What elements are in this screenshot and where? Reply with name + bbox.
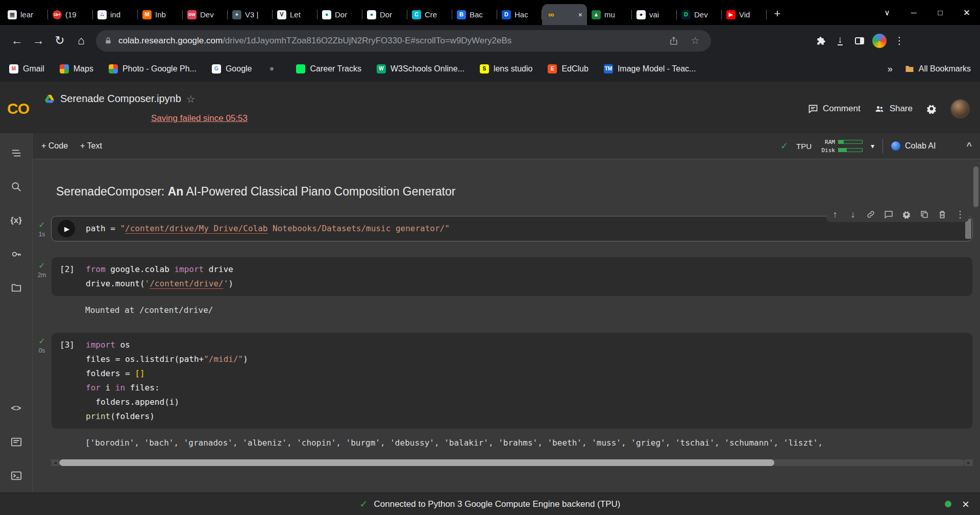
copy-link-icon[interactable] [864,208,877,221]
home-icon[interactable]: ⌂ [70,30,92,52]
code-snippets-icon[interactable]: <> [10,402,23,415]
all-bookmarks-button[interactable]: All Bookmarks [905,64,971,73]
new-tab-button[interactable]: + [769,5,786,22]
bookmark[interactable]: Photo - Google Ph... [109,64,197,73]
extension-icon[interactable] [795,34,808,47]
bookmark[interactable]: G Google [212,64,252,73]
browser-tab[interactable]: D Dev [677,4,722,25]
forward-icon[interactable]: → [28,30,49,52]
bookmark[interactable]: TM Image Model - Teac... [604,64,696,73]
extensions-puzzle-icon[interactable] [813,33,829,49]
command-palette-icon[interactable] [10,435,23,449]
address-bar[interactable]: colab.research.google.com/drive/1dJayomh… [96,30,711,52]
extension-icon[interactable] [777,34,790,47]
secrets-key-icon[interactable] [10,248,23,261]
browser-tab[interactable]: + V3 | [228,4,273,25]
code-cell[interactable]: [2] from google.colab import drivedrive.… [51,257,973,297]
browser-menu-icon[interactable]: ⋮ [891,33,908,49]
comment-button[interactable]: Comment [808,104,861,114]
browser-tab[interactable]: ● Dor [317,4,362,25]
browser-tab[interactable]: DW Dev [183,4,228,25]
files-folder-icon[interactable] [10,281,23,295]
browser-tab[interactable]: ● vai [632,4,677,25]
bookmark[interactable]: S lens studio [480,64,533,73]
output-horizontal-scrollbar[interactable]: ◂ ▸ [51,459,973,466]
browser-tab[interactable]: C Cre [407,4,452,25]
search-icon[interactable] [10,180,23,193]
more-actions-icon[interactable]: ⋮ [953,208,967,221]
downloads-icon[interactable]: ↓ [832,33,848,49]
browser-tab[interactable]: ∴ ind [93,4,138,25]
browser-tab[interactable]: ▶ Vid [722,4,767,25]
add-code-button[interactable]: + Code [41,141,68,151]
tab-label: Hac [514,10,537,19]
bookmark[interactable]: W W3Schools Online... [377,64,464,73]
star-notebook-icon[interactable]: ☆ [186,93,195,105]
scroll-left-icon[interactable]: ◂ [51,459,59,466]
browser-tab[interactable]: 1k+ (19 [48,4,93,25]
bookmark[interactable]: M Gmail [9,64,44,73]
maps-icon [60,64,69,73]
user-avatar[interactable] [950,99,970,118]
bookmark-star-icon[interactable]: ☆ [688,33,703,48]
add-text-button[interactable]: + Text [80,141,102,151]
browser-tab[interactable]: D Hac [497,4,542,25]
run-cell-button[interactable]: ▶ [58,220,75,237]
saving-status-link[interactable]: Saving failed since 05:53 [151,113,248,124]
extension-icon[interactable] [740,34,753,47]
page-scrollbar-thumb[interactable] [973,166,978,207]
colab-ai-button[interactable]: Colab AI [891,141,936,151]
code-cell[interactable]: [3] import osfiles = os.listdir(path+"/m… [51,332,973,429]
move-cell-up-icon[interactable]: ↑ [828,208,842,221]
browser-tab[interactable]: M Inb [138,4,183,25]
window-minimize-button[interactable]: ─ [900,0,927,25]
extension-icon[interactable] [758,34,772,47]
colab-logo[interactable]: CO [7,100,44,117]
runtime-type-label[interactable]: TPU [796,142,812,151]
share-button[interactable]: Share [874,104,913,114]
status-bar-close-icon[interactable]: × [958,496,974,512]
scrollbar-thumb[interactable] [59,459,774,466]
table-of-contents-icon[interactable] [10,146,23,160]
scroll-right-icon[interactable]: ▸ [965,459,973,466]
resources-indicator[interactable]: RAM Disk [820,139,863,154]
mirror-cell-icon[interactable] [918,208,931,221]
tab-search-chevron-icon[interactable]: ∨ [874,0,900,25]
code-editor[interactable]: from google.colab import drivedrive.moun… [52,257,972,296]
bookmark[interactable]: E EdClub [548,64,588,73]
browser-tab[interactable]: B Bac [452,4,497,25]
browser-tab[interactable]: V Let [273,4,317,25]
side-panel-icon[interactable] [851,33,868,49]
share-icon[interactable] [666,33,681,48]
back-icon[interactable]: ← [6,30,28,52]
bookmark[interactable]: Maps [60,64,93,73]
bookmark[interactable]: ⊕ [267,64,281,73]
runtime-dropdown-icon[interactable]: ▾ [871,142,874,150]
tab-close-icon[interactable]: × [578,11,582,19]
extension-icon[interactable] [722,34,735,47]
browser-tab[interactable]: ∞ × [542,4,587,25]
browser-tab[interactable]: ● Dor [362,4,407,25]
variables-icon[interactable]: {x} [10,214,23,227]
window-maximize-button[interactable]: □ [927,0,953,25]
browser-tab[interactable]: ▲ mu [587,4,632,25]
bookmark[interactable]: Career Tracks [296,64,361,73]
add-comment-icon[interactable] [882,208,895,221]
settings-gear-icon[interactable] [926,103,937,114]
bookmarks-overflow-icon[interactable]: » [888,64,893,75]
window-controls: ∨ ─ □ × [874,0,980,25]
markdown-heading[interactable]: SerenadeComposer: An AI-Powered Classica… [56,185,980,199]
terminal-icon[interactable] [10,469,23,482]
colab-main: {x} <> + Code + Text ✓ TPU [0,133,980,493]
cell-settings-gear-icon[interactable] [900,208,913,221]
notebook-title[interactable]: Serenade Composer.ipynb [60,93,181,105]
browser-tab[interactable]: ▦ lear [3,4,48,25]
code-editor[interactable]: import osfiles = os.listdir(path+"/midi/… [52,333,972,429]
collapse-sections-icon[interactable]: ^ [966,141,972,152]
reload-icon[interactable]: ↻ [49,30,70,52]
profile-avatar[interactable] [872,34,887,48]
delete-cell-icon[interactable] [936,208,949,221]
window-close-button[interactable]: × [953,0,980,25]
lock-icon[interactable] [104,37,112,45]
move-cell-down-icon[interactable]: ↓ [846,208,860,221]
